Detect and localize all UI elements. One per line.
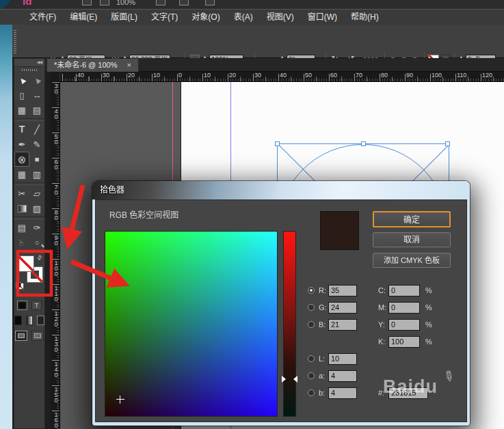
color-field-marker[interactable] <box>116 396 124 404</box>
document-tab-title: *未命名-6 @ 100% <box>54 61 117 69</box>
slider-marker-left-icon[interactable] <box>282 376 286 383</box>
b2-field[interactable]: 4 <box>328 387 357 399</box>
bridge-icon[interactable] <box>82 0 92 5</box>
tab-close-icon[interactable]: × <box>127 61 131 69</box>
ok-button[interactable]: 确定 <box>373 211 451 227</box>
ruler-label: 50 <box>51 133 59 158</box>
content-placer-tool[interactable]: ▤ <box>29 102 44 117</box>
ellipse-frame-tool[interactable]: ⊗ <box>14 152 29 167</box>
free-transform-tool[interactable]: ▱ <box>29 186 44 201</box>
b-field[interactable]: 21 <box>328 319 357 331</box>
m-field[interactable]: 0 <box>388 302 420 314</box>
screen-mode-icon[interactable] <box>179 0 189 5</box>
pen-tool[interactable]: ✒ <box>14 137 29 152</box>
document-tab[interactable]: *未命名-6 @ 100%× <box>47 58 139 72</box>
panel-drag-handle[interactable] <box>14 30 16 53</box>
type-tool-icon: T <box>19 124 25 134</box>
g-field[interactable]: 24 <box>328 302 357 314</box>
apply-color-button[interactable] <box>14 316 22 325</box>
menu-item[interactable]: 文件(F) <box>23 10 63 25</box>
y-field[interactable]: 0 <box>388 319 420 331</box>
a-field[interactable]: 4 <box>328 370 357 382</box>
selection-handle-top-left[interactable] <box>275 141 280 146</box>
menu-item[interactable]: 窗口(W) <box>301 10 344 25</box>
note-tool[interactable]: ▤ <box>14 220 29 235</box>
color-slider[interactable] <box>283 231 296 417</box>
scissors-tool[interactable]: ✂ <box>14 186 29 201</box>
g-label: G: <box>319 302 327 314</box>
swap-fill-stroke-icon[interactable]: ⇄ <box>36 253 44 262</box>
menu-item[interactable]: 帮助(H) <box>344 10 386 25</box>
radio-a[interactable] <box>308 372 315 379</box>
y-label: Y: <box>378 319 385 331</box>
ruler-label: 60 <box>51 158 59 183</box>
menu-item[interactable]: 版面(L) <box>104 10 144 25</box>
zoom-level[interactable]: 100% <box>116 0 135 6</box>
default-fill-stroke-icon[interactable] <box>16 283 24 290</box>
r-field[interactable]: 35 <box>328 285 357 296</box>
eyedropper-tool[interactable]: ✑ <box>29 220 44 235</box>
hand-tool[interactable]: ☞ <box>14 235 29 250</box>
panel-collapse-icon[interactable]: ◀◀ <box>14 59 44 67</box>
radio-b[interactable] <box>308 321 315 328</box>
direct-selection-tool[interactable]: ▲ <box>29 72 44 87</box>
preview-mode-button[interactable] <box>31 331 44 341</box>
m-percent: % <box>425 302 432 314</box>
pencil-tool[interactable]: ✎ <box>29 137 44 152</box>
arrange-documents-icon[interactable] <box>205 0 215 5</box>
content-collector-tool[interactable]: ▦ <box>14 102 29 117</box>
ruler-label: 120 <box>51 309 59 335</box>
gradient-feather-tool[interactable]: ▨ <box>29 201 44 216</box>
fill-color-swatch[interactable] <box>18 255 34 272</box>
ruler-label: 80 <box>51 208 59 234</box>
formatting-affects-text-button[interactable]: T <box>31 301 42 310</box>
cancel-button[interactable]: 取消 <box>373 232 451 247</box>
vertical-grid-tool[interactable]: ▥ <box>29 167 44 182</box>
line-tool[interactable]: ╱ <box>29 122 44 137</box>
radio-b2[interactable] <box>308 389 315 396</box>
k-field[interactable]: 100 <box>388 336 420 348</box>
view-options-icon[interactable] <box>156 0 165 5</box>
radio-g[interactable] <box>308 304 315 311</box>
stock-icon[interactable] <box>100 0 109 5</box>
tools-panel: ◀◀ ▲ ▲ ▯ ↔ ▦ ▤ T ╱ ✒ ✎ ⊗ ■ ▦ ▥ ✂ ▱ ▨ ▤ ✑… <box>14 58 45 429</box>
page-tool[interactable]: ▯ <box>14 87 29 102</box>
b2-label: b: <box>319 387 325 399</box>
gradient-swatch-tool[interactable] <box>14 201 29 216</box>
color-field[interactable] <box>105 231 278 417</box>
dialog-title-bar[interactable]: 拾色器 <box>92 181 470 199</box>
ruler-label: 0 <box>177 72 202 81</box>
free-transform-tool-icon: ▱ <box>34 189 40 198</box>
horizontal-ruler[interactable]: 403020100102030405060708090100110120 <box>60 72 504 82</box>
c-field[interactable]: 0 <box>388 285 420 296</box>
ruler-origin-corner[interactable] <box>51 72 60 82</box>
type-tool[interactable]: T <box>14 122 29 137</box>
slider-marker-right-icon[interactable] <box>293 376 297 383</box>
rectangle-tool[interactable]: ■ <box>29 152 44 167</box>
add-cmyk-swatch-button[interactable]: 添加 CMYK 色板 <box>373 253 451 268</box>
desktop-corner <box>0 0 10 9</box>
selection-handle-top-right[interactable] <box>445 141 450 146</box>
desktop-background <box>0 25 12 429</box>
zoom-tool[interactable]: ○ <box>29 235 44 250</box>
apply-gradient-button[interactable] <box>26 316 34 325</box>
selection-tool[interactable]: ▲ <box>14 72 29 87</box>
selection-handle-top-center[interactable] <box>361 141 366 146</box>
menu-item[interactable]: 视图(V) <box>260 10 301 25</box>
gap-tool[interactable]: ↔ <box>29 87 44 102</box>
menu-item[interactable]: 文字(T) <box>144 10 185 25</box>
menu-item[interactable]: 表(A) <box>227 10 260 25</box>
normal-view-button[interactable] <box>15 331 27 341</box>
menu-item[interactable]: 对象(O) <box>185 10 226 25</box>
radio-r[interactable] <box>308 287 315 294</box>
vertical-ruler[interactable]: 30405060708090100110120130140150160 <box>51 82 60 429</box>
menu-item[interactable]: 编辑(E) <box>63 10 104 25</box>
panel-gripper[interactable] <box>14 67 44 72</box>
apply-none-button[interactable] <box>37 316 44 325</box>
formatting-affects-container-button[interactable] <box>17 301 27 310</box>
vertical-grid-tool-icon: ▥ <box>33 170 41 179</box>
l-field[interactable]: 10 <box>328 353 357 365</box>
radio-l[interactable] <box>308 355 315 362</box>
horizontal-grid-tool[interactable]: ▦ <box>14 167 29 182</box>
ruler-label: 70 <box>51 183 59 208</box>
